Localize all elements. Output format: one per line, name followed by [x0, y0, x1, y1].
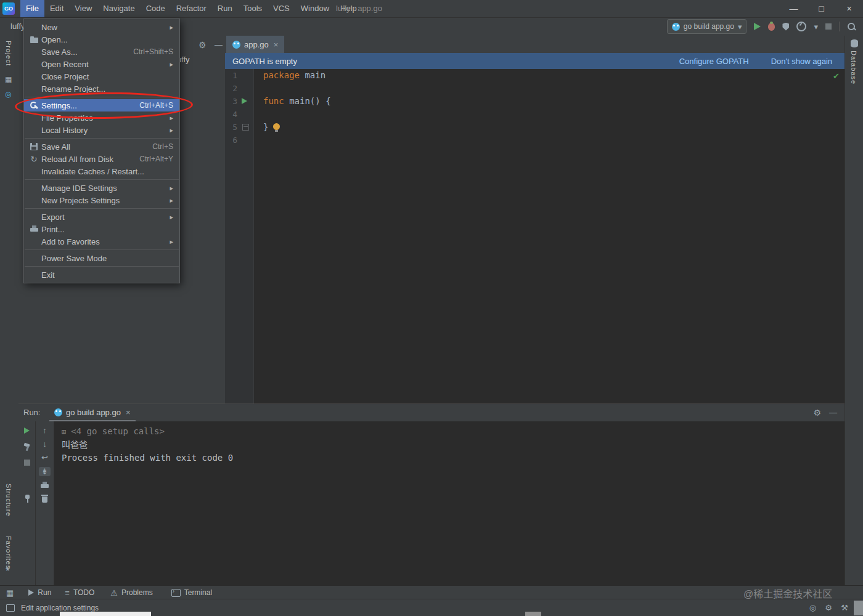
- profiler-button[interactable]: [796, 22, 806, 31]
- menu-run[interactable]: Run: [212, 0, 238, 17]
- menu-edit[interactable]: Edit: [44, 0, 69, 17]
- menu-item-new[interactable]: New ▸: [24, 21, 179, 33]
- menu-window[interactable]: Window: [295, 0, 335, 17]
- minimize-button[interactable]: —: [780, 0, 808, 17]
- run-config-select[interactable]: go build app.go ▾: [667, 19, 747, 34]
- window-title: luffy - app.go: [336, 0, 382, 17]
- taskbar-artifact: [60, 612, 151, 616]
- toolbar-tab-problems[interactable]: ⚠ Problems: [110, 588, 152, 597]
- file-menu-popup: New ▸ Open... Save As... Ctrl+Shift+S Op…: [23, 18, 180, 283]
- tool-stripe-project[interactable]: Project: [5, 41, 12, 66]
- menu-vcs[interactable]: VCS: [268, 0, 295, 17]
- menu-item-invalidate-caches[interactable]: Invalidate Caches / Restart...: [24, 165, 179, 177]
- menu-item-manage-ide-settings[interactable]: Manage IDE Settings ▸: [24, 182, 179, 194]
- tool-window-switcher-icon[interactable]: ▦: [6, 589, 14, 597]
- menu-file[interactable]: File: [20, 0, 44, 17]
- run-main-gutter-icon[interactable]: [242, 98, 247, 104]
- run-console[interactable]: ⊞<4 go setup calls> 叫爸爸 Process finished…: [54, 421, 845, 586]
- build-button[interactable]: [23, 442, 31, 451]
- menu-item-open-recent[interactable]: Open Recent ▸: [24, 58, 179, 70]
- code-editor[interactable]: 1 package main 2 3 func main() { 4 5 }: [225, 69, 845, 403]
- menu-item-close-project[interactable]: Close Project: [24, 70, 179, 83]
- coverage-button[interactable]: [782, 23, 789, 31]
- project-gear-icon[interactable]: ⚙: [198, 40, 207, 50]
- menu-navigate[interactable]: Navigate: [97, 0, 140, 17]
- menu-item-add-to-favorites[interactable]: Add to Favorites ▸: [24, 235, 179, 248]
- toolbar-tab-run[interactable]: Run: [28, 588, 51, 597]
- debug-button[interactable]: [768, 23, 775, 31]
- watermark: @稀土掘金技术社区: [743, 586, 832, 601]
- submenu-arrow-icon: ▸: [170, 184, 173, 192]
- menu-item-power-save-mode[interactable]: Power Save Mode: [24, 252, 179, 264]
- run-tab-close-icon[interactable]: ×: [126, 408, 131, 417]
- menu-item-exit[interactable]: Exit: [24, 269, 179, 281]
- stripe-commit-icon[interactable]: ◎: [5, 90, 11, 99]
- toolbar-tab-terminal[interactable]: Terminal: [171, 588, 212, 597]
- submenu-arrow-icon: ▸: [170, 126, 173, 134]
- status-tools-icon[interactable]: ⚒: [841, 599, 848, 616]
- scroll-to-end-button[interactable]: ⇟: [39, 467, 51, 476]
- search-everywhere-icon[interactable]: [847, 22, 856, 31]
- project-minimize-icon[interactable]: —: [215, 40, 223, 49]
- menu-item-open[interactable]: Open...: [24, 33, 179, 46]
- code-line: 3 func main() {: [225, 95, 845, 108]
- stop-button-disabled[interactable]: [24, 460, 30, 466]
- run-settings-gear-icon[interactable]: ⚙: [813, 404, 821, 421]
- close-button[interactable]: ×: [835, 0, 863, 17]
- configure-gopath-link[interactable]: Configure GOPATH: [679, 57, 749, 66]
- menu-refactor[interactable]: Refactor: [171, 0, 212, 17]
- print-console-button[interactable]: [41, 482, 49, 489]
- menu-separator: [25, 138, 179, 139]
- run-button[interactable]: [754, 23, 761, 30]
- status-gear-icon[interactable]: ⚙: [825, 599, 832, 616]
- printer-icon: [30, 225, 38, 233]
- stripe-star-icon[interactable]: ★: [5, 565, 10, 572]
- menu-tools[interactable]: Tools: [238, 0, 268, 17]
- left-tool-stripe: Project ▦ ◎ Structure Favorites ★: [0, 36, 19, 585]
- database-icon[interactable]: [851, 39, 858, 47]
- expand-fold-icon[interactable]: ⊞: [62, 428, 66, 436]
- status-mute-icon[interactable]: ◎: [809, 599, 816, 616]
- clear-console-button[interactable]: [41, 495, 48, 503]
- go-config-icon: [54, 408, 62, 416]
- tool-stripe-structure[interactable]: Structure: [5, 484, 12, 517]
- dont-show-again-link[interactable]: Don't show again: [771, 57, 832, 66]
- menu-code[interactable]: Code: [141, 0, 171, 17]
- submenu-arrow-icon: ▸: [170, 238, 173, 246]
- soft-wrap-button[interactable]: ↩: [41, 453, 48, 461]
- up-stack-button[interactable]: ↑: [43, 426, 47, 434]
- chevron-down-icon: ▾: [738, 23, 742, 31]
- fold-marker-icon[interactable]: [242, 124, 249, 131]
- menu-item-save-as[interactable]: Save As... Ctrl+Shift+S: [24, 46, 179, 58]
- tool-stripe-favorites[interactable]: Favorites: [5, 536, 12, 569]
- stripe-folder-icon[interactable]: ▦: [5, 75, 12, 84]
- submenu-arrow-icon: ▸: [170, 114, 173, 122]
- code-line: 2: [225, 82, 845, 95]
- rerun-button[interactable]: [24, 428, 30, 434]
- run-tab-go-build[interactable]: go build app.go ×: [49, 404, 136, 421]
- console-line: ⊞<4 go setup calls>: [62, 425, 845, 439]
- menu-item-save-all[interactable]: Save All Ctrl+S: [24, 140, 179, 153]
- run-minimize-icon[interactable]: —: [829, 404, 837, 421]
- menu-view[interactable]: View: [69, 0, 97, 17]
- run-config-name: go build app.go: [684, 22, 734, 31]
- intention-bulb-icon[interactable]: [273, 123, 280, 130]
- profiler-chevron-icon[interactable]: ▾: [814, 23, 818, 31]
- tool-stripe-database[interactable]: Database: [850, 51, 857, 84]
- stop-button[interactable]: [825, 23, 832, 30]
- menu-separator: [25, 266, 179, 267]
- maximize-button[interactable]: □: [808, 0, 835, 17]
- menu-item-export[interactable]: Export ▸: [24, 211, 179, 223]
- menu-item-new-projects-settings[interactable]: New Projects Settings ▸: [24, 194, 179, 206]
- menu-item-local-history[interactable]: Local History ▸: [24, 124, 179, 136]
- code-line: 4: [225, 108, 845, 121]
- menu-item-reload-all-from-disk[interactable]: ↻ Reload All from Disk Ctrl+Alt+Y: [24, 153, 179, 165]
- pin-tab-button[interactable]: [23, 494, 31, 503]
- menu-item-print[interactable]: Print...: [24, 223, 179, 235]
- down-stack-button[interactable]: ↓: [43, 440, 47, 448]
- toolbar-tab-todo[interactable]: ≡ TODO: [65, 588, 94, 597]
- tab-close-icon[interactable]: ×: [274, 40, 279, 49]
- run-header: Run: go build app.go × ⚙ —: [18, 404, 845, 422]
- folder-icon: [30, 38, 38, 43]
- editor-tab-appgo[interactable]: app.go ×: [226, 36, 284, 53]
